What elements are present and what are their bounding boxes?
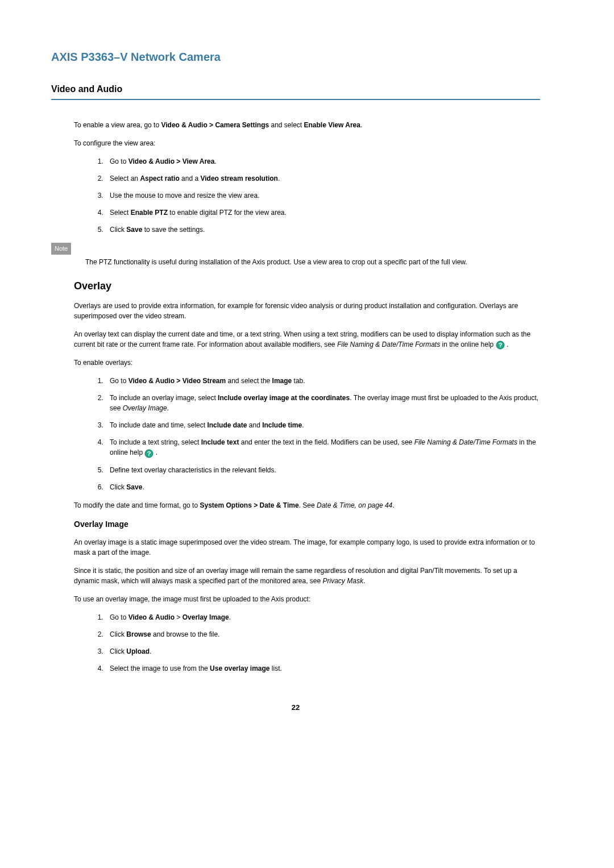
- text-fragment: to save the settings.: [142, 226, 205, 234]
- text-fragment: Click: [110, 226, 126, 234]
- page-number: 22: [51, 702, 540, 713]
- text-fragment: .: [167, 404, 169, 412]
- overlay-image-para3: To use an overlay image, the image must …: [74, 594, 540, 604]
- path-text: Video & Audio > View Area: [128, 157, 215, 165]
- text-fragment: .: [360, 121, 362, 129]
- modify-date-para: To modify the date and time format, go t…: [74, 500, 540, 510]
- path-text: Overlay Image: [182, 613, 229, 621]
- italic-text: File Naming & Date/Time Formats: [337, 340, 440, 348]
- bold-text: Include time: [262, 421, 302, 429]
- list-item: To include an overlay image, select Incl…: [105, 393, 540, 413]
- text-fragment: Since it is static, the position and siz…: [74, 567, 517, 585]
- text-fragment: in the online help: [440, 340, 495, 348]
- list-item: Click Upload.: [105, 646, 540, 657]
- text-fragment: To include an overlay image, select: [110, 394, 218, 402]
- enable-view-area-para: To enable a view area, go to Video & Aud…: [74, 120, 540, 130]
- bold-text: Include date: [207, 421, 247, 429]
- text-fragment: .: [142, 483, 144, 491]
- list-item: Select Enable PTZ to enable digital PTZ …: [105, 207, 540, 218]
- text-fragment: .: [150, 647, 151, 655]
- text-fragment: .: [278, 175, 280, 182]
- text-fragment: Go to: [110, 613, 128, 621]
- configure-intro: To configure the view area:: [74, 138, 540, 148]
- text-fragment: Select an: [110, 175, 140, 182]
- overlay-image-steps-list: Go to Video & Audio > Overlay Image. Cli…: [105, 612, 540, 674]
- text-fragment: and enter the text in the field. Modifie…: [239, 438, 414, 446]
- text-fragment: to enable digital PTZ for the view area.: [168, 209, 287, 217]
- list-item: To include date and time, select Include…: [105, 420, 540, 430]
- text-fragment: To modify the date and time format, go t…: [74, 501, 200, 509]
- bold-text: Image: [272, 377, 292, 385]
- text-fragment: . See: [299, 501, 317, 509]
- note-badge: Note: [51, 243, 71, 255]
- bold-text: Upload: [126, 647, 150, 655]
- product-title: AXIS P3363–V Network Camera: [51, 48, 540, 65]
- text-fragment: and select: [269, 121, 304, 129]
- text-fragment: Go to: [110, 157, 128, 165]
- list-item: Select the image to use from the Use ove…: [105, 663, 540, 674]
- list-item: Use the mouse to move and resize the vie…: [105, 190, 540, 201]
- section-divider: [51, 99, 540, 100]
- text-fragment: .: [229, 613, 231, 621]
- list-item: Define text overlay characteristics in t…: [105, 465, 540, 475]
- list-item: Go to Video & Audio > Overlay Image.: [105, 612, 540, 622]
- text-fragment: tab.: [292, 377, 305, 385]
- path-text: Video & Audio > Camera Settings: [161, 121, 269, 129]
- italic-text: File Naming & Date/Time Formats: [414, 438, 517, 446]
- text-fragment: To enable a view area, go to: [74, 121, 161, 129]
- bold-text: Video stream resolution: [200, 175, 277, 182]
- list-item: Click Browse and browse to the file.: [105, 629, 540, 639]
- text-fragment: To include a text string, select: [110, 438, 201, 446]
- italic-text: Privacy Mask: [323, 577, 363, 585]
- text-fragment: and a: [180, 175, 201, 182]
- svg-text:?: ?: [147, 450, 151, 457]
- section-title: Video and Audio: [51, 82, 540, 96]
- overlay-para2: An overlay text can display the current …: [74, 329, 540, 350]
- help-icon: ?: [144, 448, 154, 458]
- enable-overlays-intro: To enable overlays:: [74, 358, 540, 368]
- overlay-image-para2: Since it is static, the position and siz…: [74, 566, 540, 586]
- list-item: Go to Video & Audio > View Area.: [105, 156, 540, 167]
- help-icon: ?: [496, 339, 505, 350]
- text-fragment: Click: [110, 630, 126, 638]
- text-fragment: and select the: [226, 377, 272, 385]
- list-item: To include a text string, select Include…: [105, 437, 540, 458]
- bold-text: Include overlay image at the coordinates: [218, 394, 350, 402]
- svg-text:?: ?: [498, 342, 502, 348]
- path-text: Video & Audio: [128, 613, 175, 621]
- bold-text: Save: [126, 483, 142, 491]
- text-fragment: >: [175, 613, 182, 621]
- list-item: Go to Video & Audio > Video Stream and s…: [105, 376, 540, 386]
- bold-text: Use overlay image: [210, 665, 269, 672]
- text-fragment: Click: [110, 483, 126, 491]
- text-fragment: Select: [110, 209, 131, 217]
- path-text: Video & Audio > Video Stream: [128, 377, 226, 385]
- text-fragment: To include date and time, select: [110, 421, 207, 429]
- configure-steps-list: Go to Video & Audio > View Area. Select …: [105, 156, 540, 235]
- text-fragment: .: [363, 577, 365, 585]
- bold-text: Aspect ratio: [140, 175, 179, 182]
- text-fragment: .: [154, 448, 157, 456]
- path-text: System Options > Date & Time: [200, 501, 298, 509]
- note-content: The PTZ functionality is useful during i…: [85, 257, 540, 267]
- text-fragment: and browse to the file.: [151, 630, 220, 638]
- overlay-heading: Overlay: [74, 279, 540, 294]
- text-fragment: Click: [110, 647, 126, 655]
- text-fragment: .: [302, 421, 304, 429]
- overlay-image-heading: Overlay Image: [74, 518, 540, 530]
- text-fragment: and: [247, 421, 262, 429]
- bold-text: Browse: [126, 630, 151, 638]
- text-fragment: .: [214, 157, 216, 165]
- text-fragment: Select the image to use from the: [110, 665, 210, 672]
- overlay-steps-list: Go to Video & Audio > Video Stream and s…: [105, 376, 540, 492]
- italic-text: Overlay Image: [123, 404, 167, 412]
- list-item: Click Save to save the settings.: [105, 225, 540, 235]
- overlay-para1: Overlays are used to provide extra infor…: [74, 301, 540, 321]
- overlay-image-para1: An overlay image is a static image super…: [74, 537, 540, 558]
- bold-text: Enable PTZ: [131, 209, 168, 217]
- action-text: Enable View Area: [304, 121, 360, 129]
- italic-text: Date & Time, on page 44: [317, 501, 392, 509]
- text-fragment: .: [392, 501, 394, 509]
- list-item: Click Save.: [105, 482, 540, 492]
- text-fragment: Go to: [110, 377, 128, 385]
